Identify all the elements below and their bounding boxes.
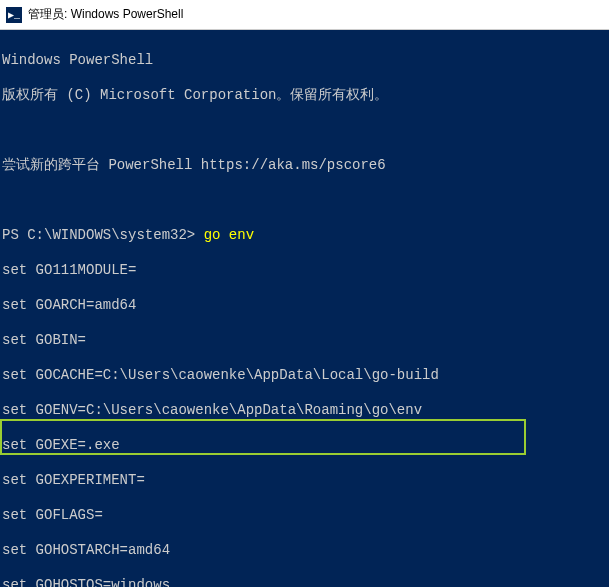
output-line: set GOHOSTOS=windows xyxy=(2,577,607,588)
window-titlebar: ▶_ 管理员: Windows PowerShell xyxy=(0,0,609,30)
window-title: 管理员: Windows PowerShell xyxy=(28,6,183,23)
powershell-icon-glyph: ▶_ xyxy=(8,9,20,21)
output-line: set GOFLAGS= xyxy=(2,507,607,525)
prompt-prefix: PS C:\WINDOWS\system32> xyxy=(2,227,204,243)
blank-line xyxy=(2,192,607,210)
output-line: set GOEXPERIMENT= xyxy=(2,472,607,490)
blank-line xyxy=(2,122,607,140)
output-line: set GOEXE=.exe xyxy=(2,437,607,455)
powershell-icon: ▶_ xyxy=(6,7,22,23)
header-line: 尝试新的跨平台 PowerShell https://aka.ms/pscore… xyxy=(2,157,607,175)
output-line: set GO111MODULE= xyxy=(2,262,607,280)
output-line: set GOARCH=amd64 xyxy=(2,297,607,315)
output-line: set GOCACHE=C:\Users\caowenke\AppData\Lo… xyxy=(2,367,607,385)
prompt-line: PS C:\WINDOWS\system32> go env xyxy=(2,227,607,245)
output-line: set GOBIN= xyxy=(2,332,607,350)
header-line: 版权所有 (C) Microsoft Corporation。保留所有权利。 xyxy=(2,87,607,105)
header-line: Windows PowerShell xyxy=(2,52,607,70)
prompt-command: go env xyxy=(204,227,254,243)
terminal-output[interactable]: Windows PowerShell 版权所有 (C) Microsoft Co… xyxy=(0,30,609,587)
output-line: set GOHOSTARCH=amd64 xyxy=(2,542,607,560)
output-line: set GOENV=C:\Users\caowenke\AppData\Roam… xyxy=(2,402,607,420)
